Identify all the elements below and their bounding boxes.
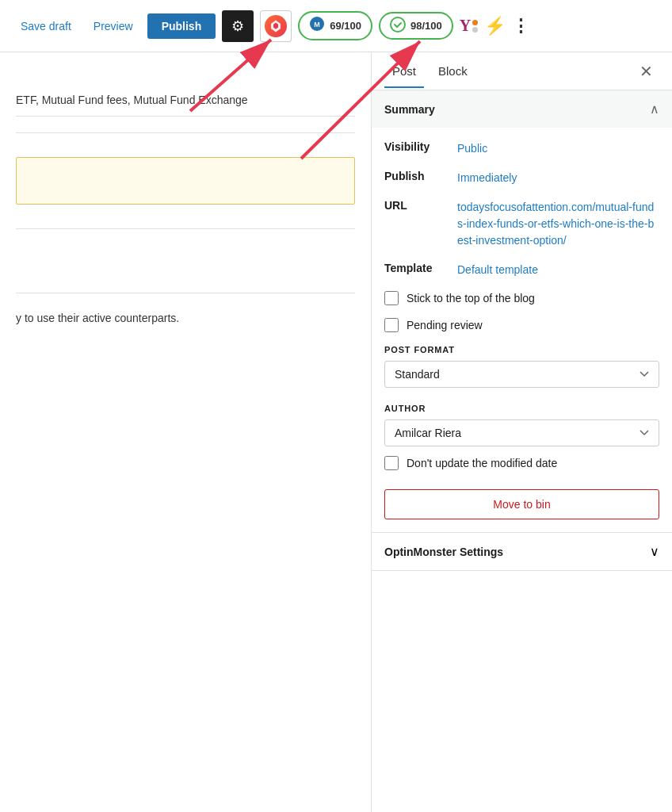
stick-to-top-checkbox[interactable] <box>384 291 399 305</box>
astra-button[interactable] <box>260 10 292 42</box>
lightning-icon: ⚡ <box>484 16 506 36</box>
dont-update-row: Don't update the modified date <box>384 456 659 470</box>
yoast-icon: Y <box>460 17 478 35</box>
editor-separator-2 <box>16 228 355 229</box>
editor-tags: ETF, Mutual Fund fees, Mutual Fund Excha… <box>16 84 355 117</box>
performance-score-icon <box>390 17 406 35</box>
performance-score-badge[interactable]: 98/100 <box>379 12 453 40</box>
tab-post[interactable]: Post <box>384 55 424 87</box>
summary-body: Visibility Public Publish Immediately UR… <box>372 128 672 532</box>
editor-body-text: y to use their active counterparts. <box>16 309 355 327</box>
editor-separator-3 <box>16 293 355 293</box>
author-section-label: AUTHOR <box>384 404 659 413</box>
optinmonster-title: OptinMonster Settings <box>384 546 503 558</box>
post-format-section-label: POST FORMAT <box>384 345 659 354</box>
settings-button[interactable]: ⚙ <box>222 10 254 42</box>
seo-score-icon: M <box>309 16 325 36</box>
summary-title: Summary <box>384 103 435 116</box>
editor-area: ETF, Mutual Fund fees, Mutual Fund Excha… <box>0 52 371 812</box>
save-draft-button[interactable]: Save draft <box>13 15 79 37</box>
performance-score-value: 98/100 <box>410 20 442 32</box>
stick-to-top-row: Stick to the top of the blog <box>384 291 659 305</box>
close-icon: ✕ <box>640 63 653 80</box>
more-menu-button[interactable]: ⋮ <box>512 16 529 36</box>
publish-value[interactable]: Immediately <box>457 170 517 186</box>
pending-review-label: Pending review <box>407 319 483 331</box>
template-row: Template Default template <box>384 262 659 278</box>
visibility-row: Visibility Public <box>384 140 659 157</box>
main-content: ETF, Mutual Fund fees, Mutual Fund Excha… <box>0 52 672 812</box>
toolbar: Save draft Preview Publish ⚙ M 69/100 <box>0 0 672 52</box>
optinmonster-header[interactable]: OptinMonster Settings ∨ <box>372 533 672 570</box>
optinmonster-section: OptinMonster Settings ∨ <box>372 533 672 571</box>
move-to-bin-button[interactable]: Move to bin <box>384 489 659 519</box>
editor-yellow-block[interactable] <box>16 157 355 205</box>
stick-to-top-label: Stick to the top of the blog <box>407 292 535 304</box>
lightning-button[interactable]: ⚡ <box>484 16 506 36</box>
url-label: URL <box>384 199 448 212</box>
chevron-down-icon: ∨ <box>650 544 659 559</box>
tab-block[interactable]: Block <box>430 55 475 87</box>
sidebar-panel: Post Block ✕ Summary ∧ Visibility Public… <box>371 52 672 812</box>
publish-button[interactable]: Publish <box>147 13 216 39</box>
astra-logo-icon <box>265 15 287 37</box>
template-label: Template <box>384 262 448 274</box>
panel-tabs: Post Block ✕ <box>372 52 672 90</box>
more-menu-icon: ⋮ <box>512 16 529 36</box>
publish-label: Publish <box>384 170 448 182</box>
publish-row: Publish Immediately <box>384 170 659 186</box>
preview-button[interactable]: Preview <box>86 15 141 37</box>
summary-section: Summary ∧ Visibility Public Publish Imme… <box>372 90 672 533</box>
visibility-value[interactable]: Public <box>457 140 487 157</box>
seo-score-value: 69/100 <box>330 20 361 32</box>
template-value[interactable]: Default template <box>457 262 538 278</box>
dont-update-checkbox[interactable] <box>384 456 399 470</box>
pending-review-checkbox[interactable] <box>384 318 399 332</box>
yoast-button[interactable]: Y <box>460 17 478 35</box>
pending-review-row: Pending review <box>384 318 659 332</box>
gear-icon: ⚙ <box>231 17 244 35</box>
svg-text:M: M <box>314 21 320 29</box>
seo-score-badge[interactable]: M 69/100 <box>298 11 372 40</box>
chevron-up-icon: ∧ <box>650 102 659 117</box>
url-value[interactable]: todaysfocusofattention.com/mutual-funds-… <box>457 199 659 249</box>
editor-separator <box>16 132 355 133</box>
panel-close-button[interactable]: ✕ <box>633 59 659 84</box>
post-format-select[interactable]: Standard Aside Chat Gallery Image Link Q… <box>384 361 659 388</box>
summary-header[interactable]: Summary ∧ <box>372 90 672 128</box>
dont-update-label: Don't update the modified date <box>407 457 557 469</box>
visibility-label: Visibility <box>384 140 448 153</box>
svg-point-6 <box>391 17 405 32</box>
url-row: URL todaysfocusofattention.com/mutual-fu… <box>384 199 659 249</box>
author-select[interactable]: Amilcar Riera <box>384 419 659 446</box>
